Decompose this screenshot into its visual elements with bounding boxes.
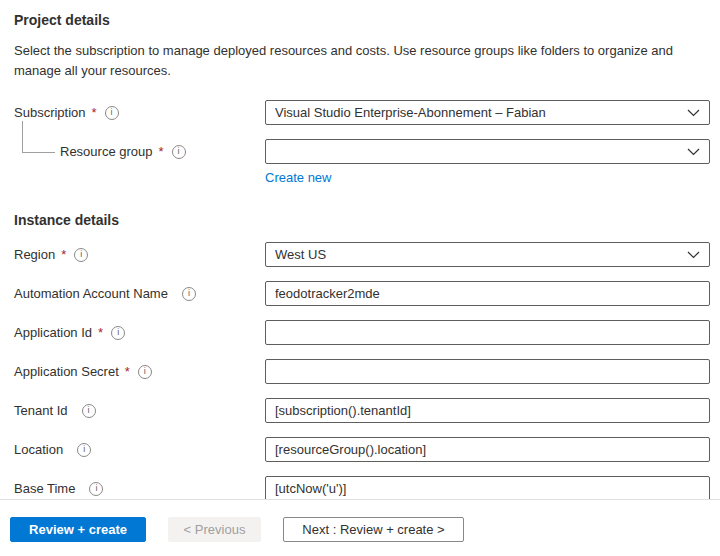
info-icon[interactable]: i bbox=[74, 248, 88, 262]
region-label: Region bbox=[14, 247, 55, 262]
location-field bbox=[265, 437, 710, 462]
application-secret-row: Application Secret* i bbox=[14, 359, 710, 384]
required-asterisk: * bbox=[98, 325, 103, 340]
info-icon[interactable]: i bbox=[111, 326, 125, 340]
tenant-id-field bbox=[265, 398, 710, 423]
application-secret-label: Application Secret bbox=[14, 364, 119, 379]
region-label-group: Region* i bbox=[14, 242, 265, 267]
region-select[interactable]: West US bbox=[265, 242, 710, 267]
instance-details-heading: Instance details bbox=[14, 212, 710, 228]
required-asterisk: * bbox=[61, 247, 66, 262]
previous-button[interactable]: < Previous bbox=[168, 517, 261, 542]
application-secret-field bbox=[265, 359, 710, 384]
project-details-description: Select the subscription to manage deploy… bbox=[14, 41, 676, 81]
subscription-label: Subscription bbox=[14, 105, 86, 120]
info-icon[interactable]: i bbox=[138, 365, 152, 379]
chevron-down-icon bbox=[687, 251, 700, 259]
automation-account-name-label: Automation Account Name bbox=[14, 286, 168, 301]
resource-group-select[interactable] bbox=[265, 139, 710, 164]
tenant-id-label: Tenant Id bbox=[14, 403, 68, 418]
base-time-row: Base Time i bbox=[14, 476, 710, 501]
project-details-heading: Project details bbox=[14, 12, 710, 28]
automation-account-name-input[interactable] bbox=[265, 281, 710, 306]
application-id-field bbox=[265, 320, 710, 345]
form-content: Project details Select the subscription … bbox=[0, 0, 720, 501]
instance-details-section: Instance details Region* i West US Autom… bbox=[14, 212, 710, 501]
base-time-input[interactable] bbox=[265, 476, 710, 501]
next-review-create-button[interactable]: Next : Review + create > bbox=[283, 517, 464, 542]
required-asterisk: * bbox=[125, 364, 130, 379]
info-icon[interactable]: i bbox=[172, 145, 186, 159]
review-create-button[interactable]: Review + create bbox=[10, 517, 146, 542]
subscription-selected-value: Visual Studio Enterprise-Abonnement – Fa… bbox=[275, 105, 546, 120]
required-asterisk: * bbox=[159, 144, 164, 159]
application-id-label-group: Application Id* i bbox=[14, 320, 265, 345]
chevron-down-icon bbox=[687, 148, 700, 156]
subscription-row: Subscription* i Visual Studio Enterprise… bbox=[14, 100, 710, 125]
info-icon[interactable]: i bbox=[105, 106, 119, 120]
tenant-id-input[interactable] bbox=[265, 398, 710, 423]
info-icon[interactable]: i bbox=[182, 287, 196, 301]
chevron-down-icon bbox=[687, 109, 700, 117]
project-details-section: Project details Select the subscription … bbox=[14, 12, 710, 185]
location-row: Location i bbox=[14, 437, 710, 462]
create-resource-form: Project details Select the subscription … bbox=[0, 0, 720, 556]
info-icon[interactable]: i bbox=[89, 482, 103, 496]
footer-buttons: Review + create < Previous Next : Review… bbox=[10, 517, 720, 542]
application-id-label: Application Id bbox=[14, 325, 92, 340]
application-id-row: Application Id* i bbox=[14, 320, 710, 345]
region-row: Region* i West US bbox=[14, 242, 710, 267]
resource-group-label: Resource group bbox=[60, 144, 153, 159]
application-id-input[interactable] bbox=[265, 320, 710, 345]
resource-group-field: Create new bbox=[265, 139, 710, 185]
location-input[interactable] bbox=[265, 437, 710, 462]
required-asterisk: * bbox=[92, 105, 97, 120]
subscription-field: Visual Studio Enterprise-Abonnement – Fa… bbox=[265, 100, 710, 125]
base-time-label-group: Base Time i bbox=[14, 476, 265, 501]
subscription-block: Subscription* i Visual Studio Enterprise… bbox=[14, 100, 710, 185]
automation-account-name-row: Automation Account Name i bbox=[14, 281, 710, 306]
tenant-id-row: Tenant Id i bbox=[14, 398, 710, 423]
base-time-label: Base Time bbox=[14, 481, 75, 496]
create-new-link[interactable]: Create new bbox=[265, 170, 331, 185]
location-label-group: Location i bbox=[14, 437, 265, 462]
info-icon[interactable]: i bbox=[82, 404, 96, 418]
automation-account-name-label-group: Automation Account Name i bbox=[14, 281, 265, 306]
automation-account-name-field bbox=[265, 281, 710, 306]
wizard-footer: Review + create < Previous Next : Review… bbox=[0, 499, 720, 542]
info-icon[interactable]: i bbox=[77, 443, 91, 457]
subscription-select[interactable]: Visual Studio Enterprise-Abonnement – Fa… bbox=[265, 100, 710, 125]
application-secret-input[interactable] bbox=[265, 359, 710, 384]
location-label: Location bbox=[14, 442, 63, 457]
region-field: West US bbox=[265, 242, 710, 267]
region-selected-value: West US bbox=[275, 247, 326, 262]
application-secret-label-group: Application Secret* i bbox=[14, 359, 265, 384]
subscription-resource-group-connector bbox=[22, 121, 55, 153]
tenant-id-label-group: Tenant Id i bbox=[14, 398, 265, 423]
resource-group-row: Resource group* i Create new bbox=[14, 139, 710, 185]
base-time-field bbox=[265, 476, 710, 501]
